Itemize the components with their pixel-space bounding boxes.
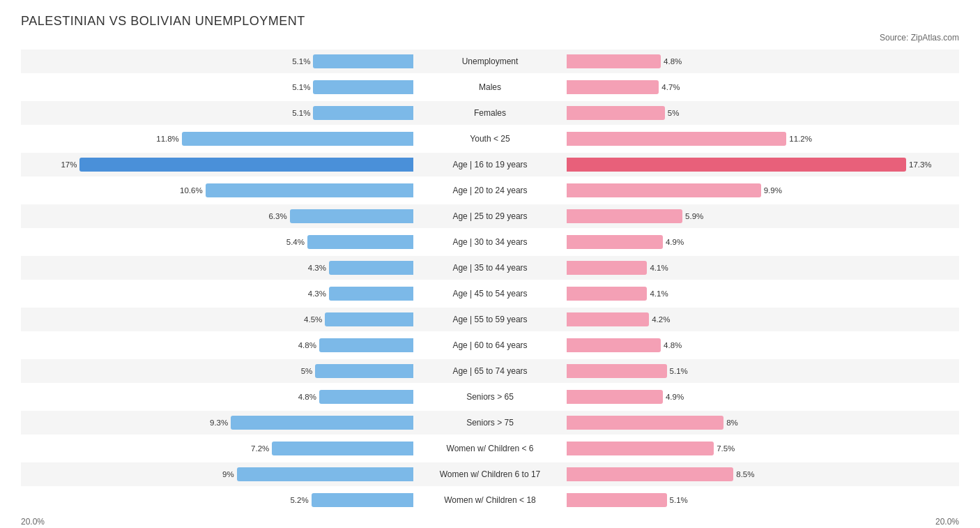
right-value-9: 4.1% <box>647 289 668 298</box>
right-section: 4.9% <box>567 385 959 409</box>
right-section: 5.1% <box>567 359 959 383</box>
left-section: 7.2% <box>21 437 413 460</box>
bar-right-5 <box>567 183 761 197</box>
left-value-6: 6.3% <box>268 212 289 220</box>
left-section: 4.3% <box>21 256 413 280</box>
right-value-14: 8% <box>723 418 738 427</box>
right-section: 11.2% <box>567 127 959 151</box>
left-section: 5.2% <box>21 488 413 512</box>
row-label-8: Age | 35 to 44 years <box>413 263 567 273</box>
chart-row: 5.1% Females 5% <box>21 101 959 125</box>
bar-right-6 <box>567 209 682 223</box>
bar-right-15 <box>567 442 714 455</box>
bar-right-7 <box>567 235 663 249</box>
bar-right-14 <box>567 416 723 430</box>
left-value-12: 5% <box>301 367 316 375</box>
left-value-7: 5.4% <box>286 238 307 246</box>
right-section: 4.7% <box>567 75 959 99</box>
left-value-9: 4.3% <box>308 289 329 298</box>
row-label-13: Seniors > 65 <box>413 392 567 402</box>
right-value-10: 4.2% <box>649 315 670 324</box>
left-value-16: 9% <box>222 470 237 478</box>
axis-row: 20.0% 20.0% <box>21 514 959 528</box>
bar-left-15 <box>272 442 413 455</box>
left-value-11: 4.8% <box>298 341 319 349</box>
right-section: 4.1% <box>567 282 959 306</box>
chart-row: 7.2% Women w/ Children < 6 7.5% <box>21 437 959 460</box>
bar-left-7 <box>307 235 413 249</box>
left-section: 5.1% <box>21 50 413 73</box>
left-value-17: 5.2% <box>290 496 311 504</box>
right-value-7: 4.9% <box>663 238 684 246</box>
axis-left-label: 20.0% <box>21 517 413 527</box>
chart-row: 5.1% Unemployment 4.8% <box>21 50 959 73</box>
axis-right-label: 20.0% <box>567 517 959 527</box>
left-section: 5.1% <box>21 75 413 99</box>
bar-right-4 <box>567 158 906 172</box>
chart-row: 5.1% Males 4.7% <box>21 75 959 99</box>
right-value-1: 4.7% <box>659 83 680 91</box>
bar-right-2 <box>567 106 665 120</box>
bar-left-8 <box>329 261 413 275</box>
bar-right-13 <box>567 390 663 404</box>
right-value-0: 4.8% <box>661 57 682 66</box>
row-label-1: Males <box>413 82 567 92</box>
left-section: 11.8% <box>21 127 413 151</box>
right-section: 4.8% <box>567 333 959 357</box>
bar-right-10 <box>567 312 649 326</box>
right-value-5: 9.9% <box>761 186 782 195</box>
source-label: Source: ZipAtlas.com <box>21 33 959 43</box>
chart-row: 11.8% Youth < 25 11.2% <box>21 127 959 151</box>
row-label-17: Women w/ Children < 18 <box>413 495 567 505</box>
right-section: 4.8% <box>567 50 959 73</box>
right-section: 4.1% <box>567 256 959 280</box>
bar-left-0 <box>313 54 413 68</box>
bar-left-2 <box>313 106 413 120</box>
left-section: 5.1% <box>21 101 413 125</box>
left-value-14: 9.3% <box>210 418 231 427</box>
left-section: 6.3% <box>21 204 413 228</box>
bar-right-11 <box>567 338 661 352</box>
right-value-16: 8.5% <box>733 470 754 478</box>
chart-area: 5.1% Unemployment 4.8% 5.1% <box>21 50 959 512</box>
row-label-4: Age | 16 to 19 years <box>413 160 567 169</box>
row-label-2: Females <box>413 108 567 118</box>
row-label-11: Age | 60 to 64 years <box>413 340 567 350</box>
left-value-4: 17% <box>61 160 79 169</box>
right-value-2: 5% <box>665 109 680 117</box>
row-label-10: Age | 55 to 59 years <box>413 315 567 324</box>
bar-left-1 <box>313 80 413 94</box>
chart-row: 5.4% Age | 30 to 34 years 4.9% <box>21 230 959 254</box>
left-value-15: 7.2% <box>251 444 272 453</box>
left-value-8: 4.3% <box>308 264 329 272</box>
bar-left-17 <box>312 493 413 507</box>
left-section: 4.3% <box>21 282 413 306</box>
chart-row: 5% Age | 65 to 74 years 5.1% <box>21 359 959 383</box>
bar-left-5 <box>206 183 413 197</box>
bar-left-11 <box>319 338 413 352</box>
right-value-12: 5.1% <box>667 367 688 375</box>
chart-row: 17% Age | 16 to 19 years 17.3% <box>21 153 959 176</box>
chart-row: 5.2% Women w/ Children < 18 5.1% <box>21 488 959 512</box>
right-section: 5% <box>567 101 959 125</box>
chart-row: 4.3% Age | 45 to 54 years 4.1% <box>21 282 959 306</box>
bar-left-16 <box>237 467 413 481</box>
right-section: 8.5% <box>567 462 959 486</box>
chart-row: 9% Women w/ Children 6 to 17 8.5% <box>21 462 959 486</box>
left-value-3: 11.8% <box>156 135 182 143</box>
row-label-5: Age | 20 to 24 years <box>413 186 567 195</box>
bar-right-8 <box>567 261 647 275</box>
bar-left-6 <box>290 209 413 223</box>
bar-left-4 <box>79 158 413 172</box>
chart-row: 6.3% Age | 25 to 29 years 5.9% <box>21 204 959 228</box>
right-section: 17.3% <box>567 153 959 176</box>
bar-left-10 <box>325 312 413 326</box>
right-value-8: 4.1% <box>647 264 668 272</box>
bar-left-12 <box>315 364 413 378</box>
row-label-6: Age | 25 to 29 years <box>413 211 567 221</box>
chart-title: PALESTINIAN VS BOLIVIAN UNEMPLOYMENT <box>21 14 959 29</box>
left-section: 17% <box>21 153 413 176</box>
bar-left-9 <box>329 287 413 301</box>
right-value-17: 5.1% <box>667 496 688 504</box>
right-value-13: 4.9% <box>663 393 684 401</box>
